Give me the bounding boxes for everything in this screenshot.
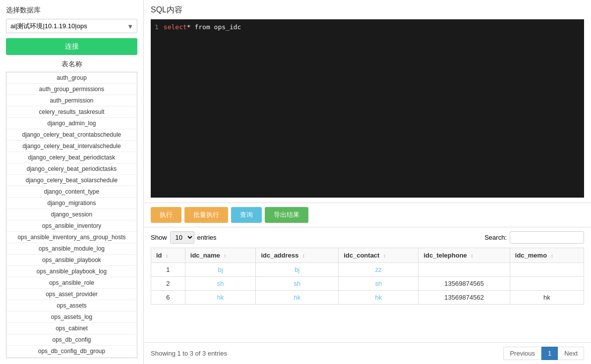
table-list-item[interactable]: django_celery_beat_periodictasks <box>6 163 137 175</box>
entries-select[interactable]: 10 <box>170 231 194 244</box>
table-name-title: 表名称 <box>6 60 137 69</box>
action-bar: 执行 批量执行 查询 导出结果 <box>144 203 591 227</box>
col-idc-contact: idc_contact ↕ <box>339 248 418 263</box>
cell-idc_contact: zz <box>339 263 418 277</box>
cell-id: 1 <box>151 263 185 277</box>
cell-idc_memo: hk <box>510 291 584 305</box>
sort-icon-idc-contact[interactable]: ↕ <box>383 253 386 259</box>
cell-idc_address: sh <box>256 277 339 291</box>
table-list-item[interactable]: django_content_type <box>6 186 137 198</box>
table-row: 6hkhkhk13569874562hk <box>151 291 584 305</box>
sql-rest: * from ops_idc <box>187 23 241 31</box>
pagination-bar: Showing 1 to 3 of 3 entries Previous 1 N… <box>144 342 591 364</box>
show-label: Show <box>151 234 167 241</box>
table-list-item[interactable]: ops_ansible_playbook <box>6 255 137 266</box>
connect-button[interactable]: 连接 <box>6 38 137 55</box>
cell-idc_name: sh <box>185 277 256 291</box>
table-list-item[interactable]: ops_assets <box>6 300 137 312</box>
table-list-item[interactable]: django_admin_log <box>6 118 137 129</box>
cell-idc_memo <box>510 277 584 291</box>
table-list-item[interactable]: ops_ansible_module_log <box>6 243 137 255</box>
table-list-item[interactable]: ops_ansible_inventory <box>6 220 137 232</box>
cell-id: 6 <box>151 291 185 305</box>
table-list-item[interactable]: ops_db_config <box>6 334 137 346</box>
table-list-item[interactable]: django_celery_beat_solarschedule <box>6 175 137 186</box>
table-row: 2shshsh13569874565 <box>151 277 584 291</box>
table-list-item[interactable]: ops_assets_log <box>6 312 137 323</box>
page-1-button[interactable]: 1 <box>541 347 558 360</box>
db-select-wrapper: ai|测试环境|10.1.19.10|ops ▼ <box>6 19 137 33</box>
left-panel: 选择数据库 ai|测试环境|10.1.19.10|ops ▼ 连接 表名称 au… <box>0 0 144 364</box>
query-button[interactable]: 查询 <box>231 207 262 223</box>
col-idc-memo: idc_memo ↕ <box>510 248 584 263</box>
table-header-row: id ↕ idc_name ↕ idc_address ↕ idc_contac… <box>151 248 584 263</box>
table-list-item[interactable]: django_session <box>6 209 137 220</box>
table-list-item[interactable]: django_celery_beat_intervalschedule <box>6 141 137 152</box>
db-select[interactable]: ai|测试环境|10.1.19.10|ops <box>6 19 137 33</box>
col-idc-address: idc_address ↕ <box>256 248 339 263</box>
table-list-item[interactable]: ops_asset_provider <box>6 289 137 300</box>
sort-icon-idc-telephone[interactable]: ↕ <box>471 253 473 259</box>
cell-idc_telephone: 13569874565 <box>418 277 510 291</box>
table-list-item[interactable]: django_celery_beat_crontabschedule <box>6 129 137 141</box>
cell-idc_address: bj <box>256 263 339 277</box>
table-row: 1bjbjzz <box>151 263 584 277</box>
cell-idc_memo <box>510 263 584 277</box>
table-list-item[interactable]: ops_cabinet <box>6 323 137 334</box>
table-list-item[interactable]: auth_permission <box>6 95 137 106</box>
sort-icon-id[interactable]: ↕ <box>166 253 168 259</box>
table-list-item[interactable]: ops_db_config_db_group <box>6 346 137 357</box>
table-list-item[interactable]: auth_group_permissions <box>6 84 137 95</box>
results-controls: Show 10 entries Search: <box>151 231 584 244</box>
search-input[interactable] <box>510 231 584 244</box>
pagination-buttons: Previous 1 Next <box>503 347 584 360</box>
sql-title: SQL内容 <box>151 5 584 15</box>
table-list: auth_groupauth_group_permissionsauth_per… <box>6 72 137 358</box>
right-panel: SQL内容 1 select * from ops_idc 执行 批量执行 查询… <box>144 0 591 364</box>
execute-button[interactable]: 执行 <box>151 207 181 223</box>
sort-icon-idc-name[interactable]: ↕ <box>224 253 226 259</box>
results-table: id ↕ idc_name ↕ idc_address ↕ idc_contac… <box>151 248 584 305</box>
sql-keyword: select <box>164 23 187 31</box>
cell-idc_name: hk <box>185 291 256 305</box>
entries-label: entries <box>197 234 217 241</box>
col-idc-name: idc_name ↕ <box>185 248 256 263</box>
cell-id: 2 <box>151 277 185 291</box>
table-list-item[interactable]: ops_ansible_inventory_ans_group_hosts <box>6 232 137 243</box>
cell-idc_contact: hk <box>339 291 418 305</box>
table-list-item[interactable]: django_migrations <box>6 198 137 209</box>
next-button[interactable]: Next <box>558 347 584 360</box>
cell-idc_address: hk <box>256 291 339 305</box>
search-label: Search: <box>484 234 507 241</box>
showing-text: Showing 1 to 3 of 3 entries <box>151 350 227 357</box>
export-button[interactable]: 导出结果 <box>265 207 308 223</box>
cell-idc_telephone: 13569874562 <box>418 291 510 305</box>
sql-editor-container[interactable]: 1 select * from ops_idc <box>151 19 584 198</box>
cell-idc_telephone <box>418 263 510 277</box>
table-list-item[interactable]: ops_ansible_playbook_log <box>6 266 137 277</box>
sort-icon-idc-memo[interactable]: ↕ <box>551 253 553 259</box>
table-list-item[interactable]: ops_ansible_role <box>6 277 137 289</box>
col-idc-telephone: idc_telephone ↕ <box>418 248 510 263</box>
table-list-item[interactable]: celery_results_taskresult <box>6 106 137 118</box>
select-db-title: 选择数据库 <box>6 6 137 15</box>
previous-button[interactable]: Previous <box>503 347 541 360</box>
results-section: Show 10 entries Search: id ↕ idc_name ↕ … <box>144 227 591 342</box>
batch-execute-button[interactable]: 批量执行 <box>184 207 228 223</box>
table-list-item[interactable]: django_celery_beat_periodictask <box>6 152 137 163</box>
sql-section: SQL内容 1 select * from ops_idc <box>144 0 591 203</box>
sort-icon-idc-address[interactable]: ↕ <box>302 253 305 259</box>
cell-idc_name: bj <box>185 263 256 277</box>
cell-idc_contact: sh <box>339 277 418 291</box>
search-box: Search: <box>484 231 584 244</box>
line-number: 1 <box>155 23 159 31</box>
table-list-item[interactable]: auth_group <box>6 72 137 84</box>
show-entries-control: Show 10 entries <box>151 231 217 244</box>
col-id: id ↕ <box>151 248 185 263</box>
